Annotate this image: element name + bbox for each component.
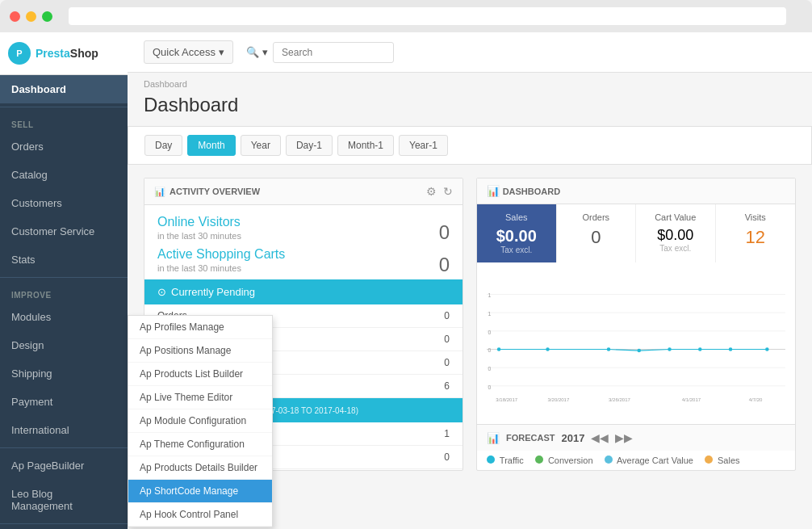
svg-text:0: 0	[488, 347, 492, 353]
svg-text:1: 1	[488, 292, 492, 298]
legend-cart-value: Average Cart Value	[605, 456, 693, 465]
search-input[interactable]	[273, 42, 394, 63]
window-buttons	[10, 11, 52, 22]
orders-value: 0	[567, 227, 626, 248]
dropdown-item-7[interactable]: Ap ShortCode Manage	[128, 480, 272, 503]
dropdown-item-5[interactable]: Ap Theme Configuration	[128, 433, 272, 456]
sidebar-item-customer-service[interactable]: Customer Service	[0, 217, 128, 246]
section-label-improve: IMPROVE	[0, 281, 128, 303]
visits-column: Visits 12	[716, 204, 796, 262]
dropdown-item-4[interactable]: Ap Module Configuration	[128, 409, 272, 433]
sales-dot	[705, 456, 713, 464]
sidebar-item-customers[interactable]: Customers	[0, 189, 128, 217]
filter-day[interactable]: Day	[144, 135, 182, 156]
chart-bar-icon: 📊	[487, 185, 500, 197]
sidebar-item-international[interactable]: International	[0, 416, 128, 444]
minimize-button[interactable]	[26, 11, 36, 22]
window-chrome	[0, 0, 812, 32]
sidebar-item-modules[interactable]: Modules	[0, 303, 128, 331]
filter-year[interactable]: Year	[241, 135, 281, 156]
sidebar-item-design[interactable]: Design	[0, 331, 128, 359]
filter-month-minus1[interactable]: Month-1	[337, 135, 394, 156]
orders-label: Orders	[567, 212, 626, 222]
search-icon-wrap[interactable]: 🔍 ▾	[246, 46, 268, 58]
forecast-label: FORECAST	[506, 433, 555, 443]
dropdown-item-8[interactable]: Ap Hook Control Panel	[128, 503, 272, 527]
quick-access-label: Quick Access	[153, 46, 216, 58]
dashboard-right-panel: 📊 DASHBOARD Sales $0.00 Tax excl. Orders…	[476, 178, 796, 471]
svg-text:4/7/20: 4/7/20	[749, 397, 763, 402]
dropdown-item-2[interactable]: Ap Products List Builder	[128, 363, 272, 386]
logo-icon: P	[8, 42, 31, 65]
line-chart: 1 1 0 0 0 0 3/18/2017 3/20/2017 3/26/201…	[487, 271, 785, 416]
sidebar-item-orders[interactable]: Orders	[0, 132, 128, 161]
search-box: 🔍 ▾	[246, 42, 394, 63]
svg-point-23	[698, 347, 702, 351]
search-icon: 🔍	[246, 46, 259, 58]
divider-special	[0, 447, 128, 448]
svg-point-21	[638, 349, 642, 353]
pending-outofstock-value: 6	[444, 380, 450, 392]
dropdown-item-0[interactable]: Ap Profiles Manage	[128, 316, 272, 339]
cart-amount: $0.00	[646, 227, 705, 244]
pending-orders-value: 0	[444, 310, 450, 321]
cart-value-label: Average Cart Value	[617, 456, 693, 465]
svg-text:4/1/2017: 4/1/2017	[682, 397, 701, 402]
forecast-prev[interactable]: ◀◀	[591, 431, 609, 444]
section-label-sell: SELL	[0, 111, 128, 132]
sidebar-item-payment[interactable]: Payment	[0, 388, 128, 416]
chevron-down-icon: ▾	[219, 46, 224, 58]
svg-text:3/26/2017: 3/26/2017	[609, 397, 630, 402]
maximize-button[interactable]	[42, 11, 52, 22]
visits-label: Visits	[726, 212, 786, 222]
sidebar-item-leo-blog[interactable]: Leo Blog Management	[0, 480, 128, 520]
dropdown-item-6[interactable]: Ap Products Details Builder	[128, 456, 272, 480]
conversion-dot	[535, 456, 543, 464]
pending-icon: ⊙	[157, 286, 166, 298]
filter-month[interactable]: Month	[187, 135, 235, 156]
pending-label: Currently Pending	[171, 286, 255, 298]
cart-column: Cart Value $0.00 Tax excl.	[636, 204, 716, 262]
legend-traffic: Traffic	[487, 456, 524, 465]
new-subscriptions-value: 0	[444, 451, 450, 463]
forecast-next[interactable]: ▶▶	[615, 431, 633, 444]
online-visitors-label: Online Visitors	[157, 215, 450, 229]
settings-icon[interactable]: ⚙	[426, 185, 437, 198]
svg-point-25	[765, 347, 769, 351]
filter-bar: Day Month Year Day-1 Month-1 Year-1	[128, 126, 812, 165]
sidebar-item-dashboard[interactable]: Dashboard	[0, 75, 128, 103]
dropdown-item-1[interactable]: Ap Positions Manage	[128, 339, 272, 363]
activity-overview-title: 📊 ACTIVITY OVERVIEW	[154, 187, 260, 197]
pending-returns-value: 0	[444, 334, 450, 345]
legend-conversion: Conversion	[535, 456, 593, 465]
filter-year-minus1[interactable]: Year-1	[399, 135, 448, 156]
page-title: Dashboard	[128, 90, 812, 126]
traffic-label: Traffic	[500, 456, 524, 465]
svg-text:0: 0	[488, 366, 492, 372]
online-visitors-metric: Online Visitors in the last 30 minutes 0	[144, 205, 463, 247]
sidebar-logo: P PrestaShop	[0, 32, 128, 75]
traffic-dot	[487, 456, 495, 464]
sidebar-item-shipping[interactable]: Shipping	[0, 359, 128, 388]
sidebar-item-ap-pagebuilder[interactable]: Ap PageBuilder	[0, 451, 128, 480]
sales-label: Sales	[487, 212, 546, 222]
refresh-icon[interactable]: ↻	[443, 185, 453, 198]
dropdown-menu: Ap Profiles Manage Ap Positions Manage A…	[128, 315, 273, 527]
new-customers-value: 1	[444, 428, 450, 439]
filter-day-minus1[interactable]: Day-1	[286, 135, 333, 156]
dashboard-columns: Sales $0.00 Tax excl. Orders 0 Cart Valu…	[477, 204, 795, 262]
sidebar: P PrestaShop Dashboard SELL Orders Catal…	[0, 32, 128, 529]
search-dropdown-arrow: ▾	[262, 46, 268, 58]
shopping-carts-metric: Active Shopping Carts in the last 30 min…	[144, 247, 463, 279]
quick-access-button[interactable]: Quick Access ▾	[144, 40, 233, 64]
chart-area: 1 1 0 0 0 0 3/18/2017 3/20/2017 3/26/201…	[477, 262, 795, 424]
close-button[interactable]	[10, 11, 20, 22]
svg-point-24	[729, 347, 733, 351]
legend-sales: Sales	[705, 456, 740, 465]
dropdown-item-3[interactable]: Ap Live Theme Editor	[128, 386, 272, 409]
shopping-carts-subtitle: in the last 30 minutes	[157, 263, 450, 273]
sidebar-item-stats[interactable]: Stats	[0, 246, 128, 274]
topbar: Quick Access ▾ 🔍 ▾	[128, 32, 812, 73]
dashboard-panel-title: DASHBOARD	[503, 187, 561, 196]
sidebar-item-catalog[interactable]: Catalog	[0, 161, 128, 189]
